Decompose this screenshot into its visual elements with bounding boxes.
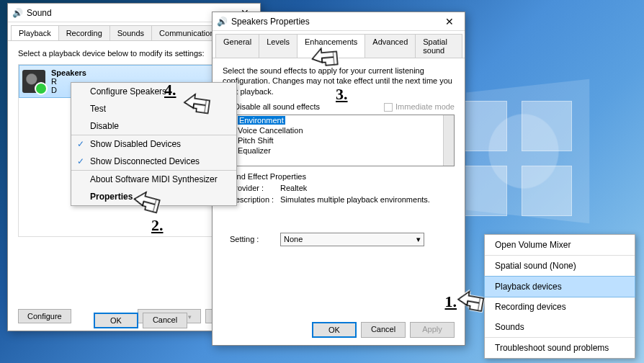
ctx-show-disconnected[interactable]: Show Disconnected Devices — [71, 153, 236, 171]
tab-enhancements[interactable]: Enhancements — [297, 34, 365, 58]
windows-logo — [457, 101, 572, 216]
tab-levels[interactable]: Levels — [259, 34, 298, 58]
tab-advanced[interactable]: Advanced — [365, 34, 416, 58]
description-row: Description :Simulates multiple playback… — [230, 195, 455, 204]
effects-listbox[interactable]: Environment Voice Cancellation Pitch Shi… — [223, 115, 455, 166]
tray-spatial-sound[interactable]: Spatial sound (None) — [485, 256, 635, 277]
speaker-icon — [22, 70, 45, 93]
enhancements-instruction: Select the sound effects to apply for yo… — [223, 66, 455, 97]
device-name: Speakers — [51, 68, 86, 77]
close-icon[interactable]: ✕ — [439, 16, 460, 27]
effect-equalizer[interactable]: Equalizer — [223, 145, 454, 156]
ctx-configure-speakers[interactable]: Configure Speakers — [71, 83, 236, 100]
sound-tray-menu: Open Volume Mixer Spatial sound (None) P… — [484, 234, 635, 359]
disable-all-checkbox[interactable]: Disable all sound effects — [223, 102, 320, 112]
effect-voice-cancellation[interactable]: Voice Cancellation — [223, 125, 454, 135]
props-ok-button[interactable]: OK — [312, 322, 357, 338]
props-titlebar[interactable]: 🔊 Speakers Properties ✕ — [213, 12, 465, 31]
setting-dropdown[interactable]: None▾ — [280, 233, 424, 246]
sound-icon: 🔊 — [12, 8, 22, 18]
tab-playback[interactable]: Playback — [11, 25, 59, 40]
tray-recording-devices[interactable]: Recording devices — [485, 297, 635, 317]
effect-environment[interactable]: Environment — [223, 115, 454, 125]
checkbox-icon — [384, 103, 393, 112]
configure-button[interactable]: Configure — [18, 309, 71, 323]
tray-open-volume-mixer[interactable]: Open Volume Mixer — [485, 235, 635, 256]
props-tabs: General Levels Enhancements Advanced Spa… — [213, 31, 465, 58]
ctx-test[interactable]: Test — [71, 100, 236, 117]
tray-sounds[interactable]: Sounds — [485, 317, 635, 338]
props-title: Speakers Properties — [231, 17, 439, 27]
tab-sounds[interactable]: Sounds — [109, 25, 152, 40]
effect-pitch-shift[interactable]: Pitch Shift — [223, 135, 454, 145]
ctx-show-disabled[interactable]: Show Disabled Devices — [71, 135, 236, 153]
props-apply-button[interactable]: Apply — [410, 322, 455, 338]
ctx-disable[interactable]: Disable — [71, 117, 236, 135]
props-cancel-button[interactable]: Cancel — [361, 322, 406, 338]
chevron-down-icon: ▾ — [416, 235, 421, 244]
tab-general[interactable]: General — [215, 34, 259, 58]
tab-spatial-sound[interactable]: Spatial sound — [415, 34, 462, 58]
sound-cancel-button[interactable]: Cancel — [143, 313, 187, 328]
setting-row: Setting : None▾ — [230, 233, 455, 246]
ctx-properties[interactable]: Properties — [71, 188, 236, 205]
tab-recording[interactable]: Recording — [58, 25, 110, 40]
sound-title: Sound — [27, 8, 234, 18]
sound-effect-properties-label: Sound Effect Properties — [223, 172, 455, 181]
device-context-menu: Configure Speakers Test Disable Show Dis… — [71, 82, 237, 206]
immediate-mode-checkbox: Immediate mode — [384, 102, 455, 112]
tray-playback-devices[interactable]: Playback devices — [484, 276, 635, 297]
speaker-icon: 🔊 — [217, 17, 227, 27]
sound-ok-button[interactable]: OK — [94, 313, 138, 328]
tray-troubleshoot[interactable]: Troubleshoot sound problems — [485, 338, 635, 358]
provider-row: Provider :Realtek — [230, 184, 455, 192]
ctx-about-midi[interactable]: About Software MIDI Synthesizer — [71, 171, 236, 188]
speakers-properties-window: 🔊 Speakers Properties ✕ General Levels E… — [212, 12, 465, 346]
